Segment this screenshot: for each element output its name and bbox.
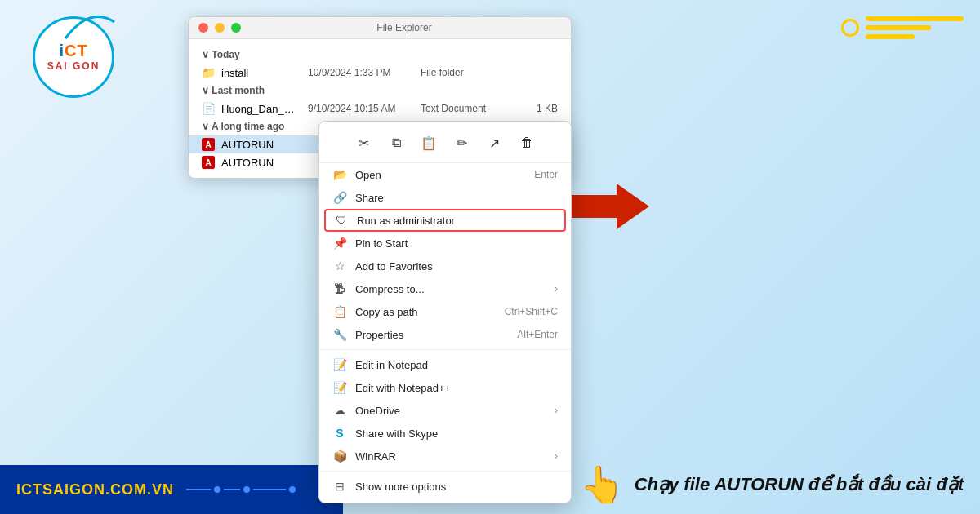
- context-menu: ✂ ⧉ 📋 ✏ ↗ 🗑 📂 Open Enter 🔗 Share 🛡 Run a…: [318, 121, 572, 503]
- skype-icon: S: [332, 427, 347, 440]
- svg-marker-0: [568, 184, 649, 229]
- section-last-month: ∨ Last month: [189, 82, 571, 100]
- file-date: 10/9/2024 1:33 PM: [308, 67, 414, 78]
- circuit-dot-3: [289, 486, 296, 493]
- circuit-line-1: [186, 489, 211, 490]
- onedrive-icon: ☁: [332, 404, 347, 417]
- copy-path-label: Copy as path: [355, 306, 497, 318]
- compress-arrow: ›: [555, 283, 558, 295]
- onedrive-label: OneDrive: [355, 405, 546, 417]
- compress-label: Compress to...: [355, 283, 546, 295]
- explorer-title: File Explorer: [247, 22, 561, 33]
- top-right-decoration: [841, 16, 964, 39]
- circuit-line-3: [253, 489, 286, 490]
- file-name: AUTORUN: [221, 157, 301, 169]
- autorun-icon-2: A: [202, 156, 215, 169]
- open-shortcut: Enter: [534, 169, 558, 180]
- context-menu-divider-2: [319, 471, 571, 472]
- table-row[interactable]: 📄 Huong_Dan_Cai_Dat 9/10/2024 10:15 AM T…: [189, 100, 571, 117]
- context-menu-properties[interactable]: 🔧 Properties Alt+Enter: [319, 323, 571, 346]
- logo-ict: iCT: [59, 42, 87, 59]
- deco-lines: [866, 16, 964, 39]
- deco-line-2: [866, 25, 931, 30]
- explorer-header: File Explorer: [189, 17, 571, 39]
- logo-arc: [61, 10, 118, 42]
- run-as-admin-label: Run as administrator: [357, 215, 556, 227]
- rename-button[interactable]: ✏: [450, 131, 473, 154]
- delete-button[interactable]: 🗑: [515, 131, 538, 154]
- logo: iCT SAI GON: [24, 16, 131, 98]
- circuit-dot-2: [243, 486, 250, 493]
- file-type: Text Document: [421, 103, 510, 114]
- open-label: Open: [355, 169, 526, 181]
- context-menu-edit-notepad[interactable]: 📝 Edit in Notepad: [319, 353, 571, 376]
- pin-icon: 📌: [332, 237, 347, 250]
- file-date: 9/10/2024 10:15 AM: [308, 103, 414, 114]
- context-menu-more-options[interactable]: ⊟ Show more options: [319, 475, 571, 498]
- more-options-icon: ⊟: [332, 480, 347, 493]
- window-close-btn[interactable]: [198, 23, 208, 33]
- copy-path-shortcut: Ctrl+Shift+C: [505, 306, 558, 317]
- edit-notepadpp-label: Edit with Notepad++: [355, 382, 558, 394]
- section-today: ∨ Today: [189, 46, 571, 64]
- folder-icon: 📁: [202, 66, 215, 79]
- shield-icon: 🛡: [334, 214, 349, 227]
- pin-start-label: Pin to Start: [355, 237, 558, 250]
- file-size: 1 KB: [517, 103, 558, 114]
- deco-line-3: [866, 34, 915, 39]
- table-row[interactable]: 📁 install 10/9/2024 1:33 PM File folder: [189, 64, 571, 82]
- share-button[interactable]: ↗: [483, 131, 506, 154]
- window-min-btn[interactable]: [215, 23, 225, 33]
- deco-line-1: [866, 16, 964, 21]
- context-menu-copy-path[interactable]: 📋 Copy as path Ctrl+Shift+C: [319, 300, 571, 323]
- autorun-icon: A: [202, 138, 215, 151]
- text-doc-icon: 📄: [202, 102, 215, 115]
- share-label: Share: [355, 192, 558, 204]
- website-text: ICTSAIGON.COM.VN: [16, 481, 174, 498]
- context-menu-share-skype[interactable]: S Share with Skype: [319, 422, 571, 445]
- compress-icon: 🗜: [332, 282, 347, 295]
- more-options-label: Show more options: [355, 481, 558, 493]
- properties-shortcut: Alt+Enter: [517, 329, 558, 340]
- properties-label: Properties: [355, 329, 509, 341]
- share-icon: 🔗: [332, 191, 347, 204]
- notepad-icon: 📝: [332, 358, 347, 371]
- copy-button[interactable]: ⧉: [385, 131, 408, 154]
- context-menu-pin-start[interactable]: 📌 Pin to Start: [319, 232, 571, 255]
- star-icon: ☆: [332, 259, 347, 273]
- instruction-text: Chạy file AUTORUN để bắt đầu cài đặt: [635, 474, 964, 495]
- copy-path-icon: 📋: [332, 305, 347, 318]
- context-menu-open[interactable]: 📂 Open Enter: [319, 163, 571, 186]
- context-menu-edit-notepadpp[interactable]: 📝 Edit with Notepad++: [319, 376, 571, 399]
- winrar-icon: 📦: [332, 450, 347, 463]
- context-menu-divider-1: [319, 349, 571, 350]
- context-menu-run-as-admin[interactable]: 🛡 Run as administrator: [324, 209, 566, 232]
- file-name: install: [221, 67, 301, 79]
- context-menu-share[interactable]: 🔗 Share: [319, 186, 571, 209]
- add-favorites-label: Add to Favorites: [355, 260, 558, 273]
- context-menu-add-favorites[interactable]: ☆ Add to Favorites: [319, 255, 571, 277]
- circuit-decoration: [186, 486, 299, 493]
- context-menu-compress[interactable]: 🗜 Compress to... ›: [319, 277, 571, 300]
- winrar-label: WinRAR: [355, 450, 546, 463]
- share-skype-label: Share with Skype: [355, 428, 558, 440]
- onedrive-arrow: ›: [555, 405, 558, 416]
- circuit-line-2: [224, 489, 240, 490]
- circuit-dot-1: [214, 486, 220, 493]
- file-name: AUTORUN: [221, 139, 301, 151]
- red-arrow-pointer: [568, 184, 649, 233]
- file-name: Huong_Dan_Cai_Dat: [221, 103, 301, 115]
- window-max-btn[interactable]: [231, 23, 241, 33]
- logo-saigon: SAI GON: [47, 60, 100, 72]
- cut-button[interactable]: ✂: [352, 131, 375, 154]
- bottom-instruction: 👆 Chạy file AUTORUN để bắt đầu cài đặt: [580, 463, 964, 506]
- properties-icon: 🔧: [332, 328, 347, 341]
- notepadpp-icon: 📝: [332, 381, 347, 394]
- context-menu-winrar[interactable]: 📦 WinRAR ›: [319, 445, 571, 467]
- bottom-bar: ICTSAIGON.COM.VN: [0, 465, 343, 514]
- file-type: File folder: [421, 67, 510, 78]
- context-menu-toolbar: ✂ ⧉ 📋 ✏ ↗ 🗑: [319, 126, 571, 163]
- paste-button[interactable]: 📋: [417, 131, 440, 154]
- context-menu-onedrive[interactable]: ☁ OneDrive ›: [319, 399, 571, 422]
- thumbs-up-icon: 👆: [580, 463, 625, 506]
